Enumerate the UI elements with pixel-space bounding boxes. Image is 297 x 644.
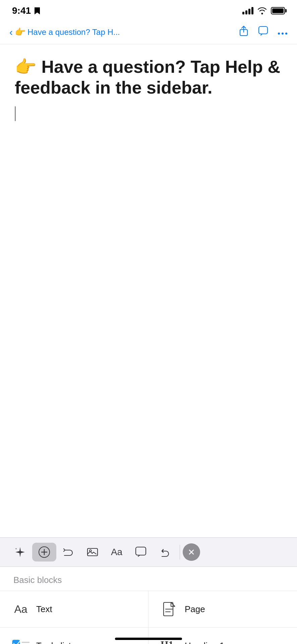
comment-toolbar-button[interactable]	[129, 543, 153, 561]
add-block-button[interactable]	[32, 543, 56, 561]
h1-block-label: Heading 1	[185, 641, 225, 644]
nav-back[interactable]: ‹ 👉 Have a question? Tap H...	[9, 26, 239, 38]
todo-icon	[12, 640, 29, 644]
share-button[interactable]	[239, 25, 249, 39]
media-icon	[86, 546, 99, 558]
cursor-line	[15, 105, 282, 121]
page-content: 👉 Have a question? Tap Help & feedback i…	[0, 44, 297, 279]
undo-button[interactable]	[153, 543, 177, 561]
format-text-icon: Aa	[111, 547, 122, 557]
toolbar-divider	[180, 545, 180, 559]
text-icon-label: Aa	[14, 603, 27, 615]
todo-block-label: To-do list	[36, 641, 71, 644]
block-item-heading1[interactable]: H1 Heading 1	[148, 628, 297, 644]
svg-point-2	[278, 33, 280, 35]
signal-icon	[242, 7, 253, 14]
back-arrow-icon[interactable]: ‹	[9, 26, 13, 38]
page-icon	[163, 602, 176, 616]
todo-block-icon	[12, 637, 29, 644]
text-cursor	[15, 106, 16, 121]
battery-icon	[271, 7, 285, 14]
undo-icon	[159, 546, 171, 558]
format-button[interactable]: Aa	[105, 543, 129, 561]
block-item-page[interactable]: Page	[148, 591, 297, 628]
comment-button[interactable]	[258, 26, 268, 38]
status-bar: 9:41	[0, 0, 297, 20]
share-icon	[239, 25, 249, 36]
title-text: Have a question? Tap Help & feedback in …	[15, 57, 280, 97]
block-panel: Basic blocks Aa Text Page	[0, 567, 297, 644]
time-display: 9:41	[12, 5, 31, 16]
bookmark-icon	[34, 7, 40, 14]
nav-actions	[239, 25, 288, 39]
plus-icon	[39, 546, 50, 558]
wifi-icon	[257, 7, 267, 14]
section-title: Basic blocks	[0, 567, 297, 591]
sparkle-icon	[14, 546, 26, 558]
svg-point-3	[282, 33, 284, 35]
page-block-label: Page	[185, 604, 205, 614]
close-icon	[188, 549, 195, 555]
toolbar: Aa	[0, 537, 297, 567]
nav-emoji: 👉	[15, 27, 25, 37]
home-indicator	[115, 638, 182, 640]
sync-icon	[62, 546, 74, 558]
title-emoji: 👉	[15, 57, 37, 76]
status-time: 9:41	[12, 5, 40, 16]
turn-into-button[interactable]	[56, 543, 80, 561]
comment-toolbar-icon	[135, 546, 146, 558]
svg-rect-6	[87, 548, 98, 556]
svg-point-4	[285, 33, 287, 35]
nav-title: Have a question? Tap H...	[27, 28, 120, 37]
block-item-todo[interactable]: To-do list	[0, 628, 148, 644]
block-item-text[interactable]: Aa Text	[0, 591, 148, 628]
status-icons	[242, 7, 285, 14]
ai-button[interactable]	[8, 543, 32, 561]
text-block-label: Text	[36, 604, 52, 614]
more-button[interactable]	[278, 27, 288, 38]
page-title: 👉 Have a question? Tap Help & feedback i…	[15, 56, 282, 98]
more-icon	[278, 32, 288, 35]
media-button[interactable]	[80, 543, 105, 561]
comment-icon	[258, 26, 268, 36]
block-grid: Aa Text Page	[0, 591, 297, 644]
nav-bar: ‹ 👉 Have a question? Tap H...	[0, 20, 297, 44]
page-block-icon	[161, 600, 178, 618]
close-button[interactable]	[183, 543, 200, 561]
text-block-icon: Aa	[12, 600, 29, 618]
svg-rect-1	[259, 26, 268, 34]
svg-rect-8	[136, 547, 146, 555]
